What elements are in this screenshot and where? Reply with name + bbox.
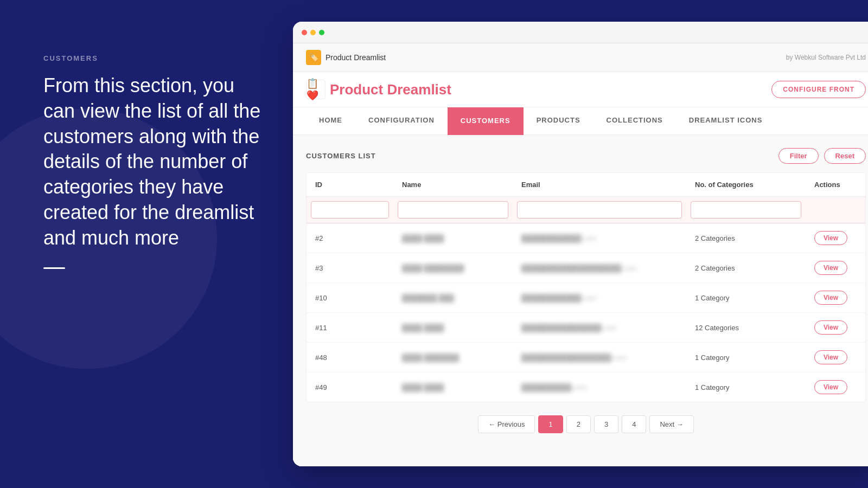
- nav-configuration[interactable]: CONFIGURATION: [355, 107, 448, 134]
- filter-button[interactable]: Filter: [778, 148, 819, 164]
- table-row: #49 ████ ████ ██████████.com 1 Category …: [307, 373, 865, 402]
- section-label: CUSTOMERS: [43, 54, 271, 62]
- customers-table: ID Name Email No. of Categories Actions: [306, 172, 866, 402]
- product-logo: 📋❤️ Product Dreamlist: [306, 80, 451, 99]
- view-button-10[interactable]: View: [814, 291, 847, 305]
- browser-window: 🏷️ Product Dreamlist by Webkul Software …: [293, 22, 868, 466]
- nav-bar: HOME CONFIGURATION CUSTOMERS PRODUCTS CO…: [293, 107, 868, 135]
- page-4-button[interactable]: 4: [622, 415, 646, 433]
- row-id: #3: [307, 256, 393, 280]
- row-name: ████ ████: [393, 227, 513, 250]
- col-categories: No. of Categories: [686, 173, 806, 196]
- configure-front-button[interactable]: CONFIGURE FRONT: [771, 81, 866, 98]
- view-button-11[interactable]: View: [814, 320, 847, 335]
- main-description: From this section, you can view the list…: [43, 73, 271, 251]
- actions-filter-empty: [810, 201, 861, 219]
- row-email: ██████████████████.com: [513, 346, 686, 369]
- main-content: CUSTOMERS LIST Filter Reset ID Name Emai…: [293, 135, 868, 466]
- previous-page-button[interactable]: ← Previous: [478, 415, 535, 433]
- row-id: #48: [307, 346, 393, 369]
- row-name: ████ ████: [393, 316, 513, 339]
- list-title: CUSTOMERS LIST: [306, 152, 376, 160]
- view-button-2[interactable]: View: [814, 231, 847, 245]
- product-name: Product Dreamlist: [330, 81, 451, 98]
- left-content: CUSTOMERS From this section, you can vie…: [43, 54, 271, 269]
- row-categories: 1 Category: [686, 376, 806, 399]
- browser-dot-close: [302, 30, 307, 35]
- product-name-black: Product: [330, 81, 387, 98]
- categories-filter-input[interactable]: [691, 201, 801, 219]
- table-row: #3 ████ ████████ ████████████████████.co…: [307, 253, 865, 283]
- col-email: Email: [513, 173, 686, 196]
- table-row: #10 ███████ ███ ████████████.com 1 Categ…: [307, 283, 865, 313]
- col-id: ID: [307, 173, 393, 196]
- row-categories: 1 Category: [686, 346, 806, 369]
- row-actions: View: [806, 373, 865, 402]
- browser-dot-fullscreen: [319, 30, 324, 35]
- nav-products[interactable]: PRODUCTS: [524, 107, 593, 134]
- page-1-button[interactable]: 1: [538, 415, 563, 433]
- action-buttons: Filter Reset: [778, 148, 866, 164]
- row-name: ████ ████: [393, 376, 513, 399]
- row-id: #10: [307, 286, 393, 310]
- browser-chrome: [293, 22, 868, 43]
- col-actions: Actions: [806, 173, 865, 196]
- row-id: #11: [307, 316, 393, 339]
- browser-dot-minimize: [310, 30, 316, 35]
- browser-content: 🏷️ Product Dreamlist by Webkul Software …: [293, 43, 868, 466]
- filter-row: [307, 197, 865, 223]
- app-logo-bar: 🏷️ Product Dreamlist: [306, 50, 386, 65]
- col-name: Name: [393, 173, 513, 196]
- nav-collections[interactable]: COLLECTIONS: [593, 107, 676, 134]
- view-button-48[interactable]: View: [814, 350, 847, 364]
- row-categories: 2 Categories: [686, 227, 806, 250]
- product-header: 📋❤️ Product Dreamlist CONFIGURE FRONT: [293, 72, 868, 107]
- product-logo-icon: 📋❤️: [306, 80, 326, 99]
- row-actions: View: [806, 223, 865, 253]
- page-3-button[interactable]: 3: [594, 415, 618, 433]
- table-header: ID Name Email No. of Categories Actions: [307, 173, 865, 197]
- customers-list-header: CUSTOMERS LIST Filter Reset: [306, 148, 866, 164]
- view-button-49[interactable]: View: [814, 380, 847, 394]
- divider: [43, 267, 65, 269]
- pagination: ← Previous 1 2 3 4 Next →: [306, 402, 866, 446]
- nav-dreamlist-icons[interactable]: DREAMLIST ICONS: [676, 107, 776, 134]
- row-name: ████ ███████: [393, 346, 513, 369]
- next-page-button[interactable]: Next →: [649, 415, 693, 433]
- table-row: #11 ████ ████ ████████████████.com 12 Ca…: [307, 313, 865, 343]
- row-categories: 1 Category: [686, 286, 806, 310]
- row-id: #49: [307, 376, 393, 399]
- row-email: ████████████.com: [513, 227, 686, 250]
- app-header: 🏷️ Product Dreamlist by Webkul Software …: [293, 43, 868, 72]
- row-categories: 2 Categories: [686, 256, 806, 280]
- nav-home[interactable]: HOME: [306, 107, 355, 134]
- table-row: #2 ████ ████ ████████████.com 2 Categori…: [307, 223, 865, 253]
- id-filter-input[interactable]: [311, 201, 389, 219]
- page-2-button[interactable]: 2: [566, 415, 591, 433]
- row-name: ████ ████████: [393, 256, 513, 280]
- row-email: ████████████████.com: [513, 316, 686, 339]
- app-logo-icon: 🏷️: [306, 50, 321, 65]
- reset-button[interactable]: Reset: [824, 148, 866, 164]
- app-title: Product Dreamlist: [326, 53, 386, 62]
- row-name: ███████ ███: [393, 286, 513, 310]
- row-actions: View: [806, 313, 865, 342]
- by-text: by Webkul Software Pvt Ltd: [786, 54, 866, 61]
- row-email: ████████████████████.com: [513, 256, 686, 280]
- row-actions: View: [806, 253, 865, 282]
- row-email: ██████████.com: [513, 376, 686, 399]
- row-actions: View: [806, 343, 865, 372]
- nav-customers[interactable]: CUSTOMERS: [448, 107, 524, 135]
- row-actions: View: [806, 283, 865, 312]
- name-filter-input[interactable]: [398, 201, 508, 219]
- row-email: ████████████.com: [513, 286, 686, 310]
- table-row: #48 ████ ███████ ██████████████████.com …: [307, 343, 865, 373]
- product-name-red: Dreamlist: [387, 81, 451, 98]
- email-filter-input[interactable]: [517, 201, 682, 219]
- row-id: #2: [307, 227, 393, 250]
- row-categories: 12 Categories: [686, 316, 806, 339]
- view-button-3[interactable]: View: [814, 261, 847, 275]
